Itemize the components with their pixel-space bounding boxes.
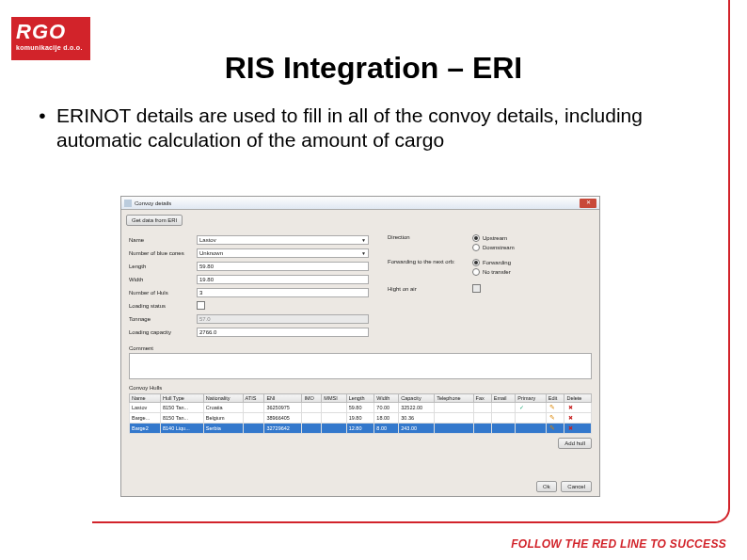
close-icon[interactable]: ✕ — [580, 199, 596, 208]
table-cell: 12.80 — [346, 424, 374, 434]
forwarding-yes-radio[interactable]: Forwarding — [472, 259, 511, 266]
table-cell — [473, 413, 491, 424]
table-cell: ✖ — [564, 424, 592, 434]
table-cell: 18.00 — [374, 413, 399, 424]
dialog-titlebar[interactable]: Convoy details ✕ — [121, 197, 599, 210]
table-header-cell[interactable]: Width — [374, 394, 399, 403]
table-cell: 8150 Tan... — [160, 403, 203, 413]
table-header-cell[interactable]: MMSI — [322, 394, 346, 403]
table-cell — [491, 413, 516, 424]
convoy-hulls-label: Convoy Hulls — [129, 385, 592, 391]
table-row[interactable]: Lastov8150 Tan...Croatia3625097559.8070.… — [130, 403, 592, 413]
edit-icon[interactable]: ✎ — [548, 424, 556, 432]
table-cell — [491, 403, 516, 413]
table-header-cell[interactable]: Capacity — [399, 394, 435, 403]
table-cell: ✓ — [516, 403, 547, 413]
direction-label: Direction — [388, 234, 472, 240]
table-cell — [435, 424, 473, 434]
bullet-item: • ERINOT details are used to fill in all… — [28, 104, 706, 153]
forwarding-no-radio[interactable]: No transfer — [472, 268, 511, 276]
table-cell: Barge2 — [130, 424, 161, 434]
table-header-cell[interactable]: Delete — [564, 394, 592, 403]
table-cell: 8150 Tan... — [160, 413, 203, 424]
bluecones-select[interactable]: Unknown ▼ — [197, 248, 369, 258]
table-cell — [243, 413, 264, 424]
table-cell — [473, 403, 491, 413]
tagline: FOLLOW THE RED LINE TO SUCCESS — [511, 537, 726, 551]
table-cell — [516, 413, 547, 424]
table-cell: 32729642 — [264, 424, 302, 434]
comment-textarea[interactable] — [129, 353, 592, 379]
table-header-cell[interactable]: IMO — [302, 394, 322, 403]
name-select[interactable]: Lastov ▼ — [197, 235, 369, 245]
hulls-table[interactable]: NameHull TypeNationalityATISENIIMOMMSILe… — [129, 393, 592, 434]
table-cell: 243.00 — [399, 424, 435, 434]
table-cell: Barge... — [130, 413, 161, 424]
tonnage-input: 57.0 — [197, 314, 369, 324]
loading-status-checkbox[interactable] — [197, 301, 205, 310]
table-cell: 38966405 — [264, 413, 302, 424]
table-cell — [435, 403, 473, 413]
table-cell: Lastov — [130, 403, 161, 413]
chevron-down-icon: ▼ — [361, 250, 366, 256]
capacity-label: Loading capacity — [129, 329, 197, 335]
delete-icon[interactable]: ✖ — [566, 424, 574, 432]
table-cell: Croatia — [203, 403, 243, 413]
table-header-cell[interactable]: Length — [346, 394, 374, 403]
logo-text-small: komunikacije d.o.o. — [11, 44, 90, 51]
length-input[interactable]: 59.80 — [197, 262, 369, 271]
table-cell — [516, 424, 547, 434]
get-data-from-eri-button[interactable]: Get data from ERI — [126, 215, 183, 226]
table-cell — [302, 403, 322, 413]
ok-button[interactable]: Ok — [536, 481, 557, 492]
table-row[interactable]: Barge28140 Liqu...Serbia3272964212.808.0… — [130, 424, 592, 434]
tonnage-label: Tonnage — [129, 316, 197, 322]
table-cell — [302, 424, 322, 434]
table-cell: ✖ — [564, 413, 592, 424]
table-cell — [435, 413, 473, 424]
table-cell: ✎ — [546, 424, 564, 434]
table-header-cell[interactable]: Email — [491, 394, 516, 403]
convoy-details-dialog: Convoy details ✕ Get data from ERI Name … — [120, 196, 600, 497]
form-left-column: Name Lastov ▼ Number of blue cones Unkno… — [129, 234, 369, 340]
table-cell — [243, 403, 264, 413]
table-cell — [473, 424, 491, 434]
table-header-cell[interactable]: Primary — [516, 394, 547, 403]
hulls-count-input[interactable]: 3 — [197, 288, 369, 297]
table-cell: 32522.00 — [399, 403, 435, 413]
table-cell — [322, 424, 346, 434]
direction-upstream-radio[interactable]: Upstream — [472, 234, 515, 242]
direction-downstream-radio[interactable]: Downstream — [472, 244, 515, 251]
comment-label: Comment — [129, 345, 197, 351]
table-header-cell[interactable]: ENI — [264, 394, 302, 403]
maxair-checkbox — [472, 284, 481, 293]
table-header-cell[interactable]: ATIS — [243, 394, 264, 403]
table-cell: 59.80 — [346, 403, 374, 413]
table-header-cell[interactable]: Name — [130, 394, 161, 403]
table-header-cell[interactable]: Hull Type — [160, 394, 203, 403]
table-cell: 30.36 — [399, 413, 435, 424]
table-header-cell[interactable]: Telephone — [435, 394, 473, 403]
name-label: Name — [129, 237, 197, 243]
table-row[interactable]: Barge...8150 Tan...Belgium3896640519.801… — [130, 413, 592, 424]
width-input[interactable]: 19.80 — [197, 275, 369, 284]
edit-icon[interactable]: ✎ — [548, 404, 556, 411]
bluecones-label: Number of blue cones — [129, 250, 197, 256]
bullet-dot: • — [28, 104, 56, 153]
table-cell — [243, 424, 264, 434]
table-cell — [491, 424, 516, 434]
cancel-button[interactable]: Cancel — [561, 481, 592, 492]
table-header-cell[interactable]: Fax — [473, 394, 491, 403]
delete-icon[interactable]: ✖ — [566, 404, 574, 411]
name-value: Lastov — [199, 237, 216, 243]
add-hull-button[interactable]: Add hull — [558, 438, 592, 449]
table-header-cell[interactable]: Nationality — [203, 394, 243, 403]
table-cell: Serbia — [203, 424, 243, 434]
delete-icon[interactable]: ✖ — [566, 414, 574, 422]
chevron-down-icon: ▼ — [361, 237, 366, 243]
table-cell: ✖ — [564, 403, 592, 413]
table-cell: Belgium — [203, 413, 243, 424]
edit-icon[interactable]: ✎ — [548, 414, 556, 422]
table-header-cell[interactable]: Edit — [546, 394, 564, 403]
capacity-input[interactable]: 2766.0 — [197, 328, 369, 337]
